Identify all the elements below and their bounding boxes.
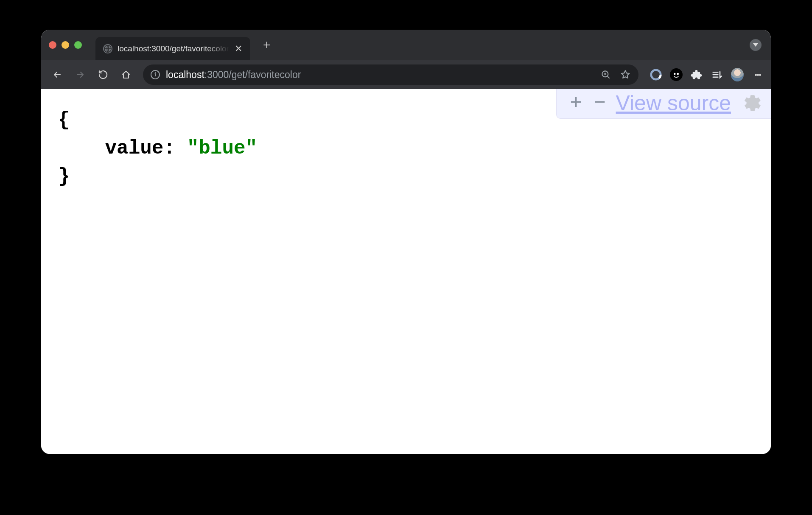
svg-point-4 (671, 69, 682, 80)
json-viewer-toolbar: + − View source (556, 89, 771, 119)
browser-window: localhost:3000/get/favoritecolor ✕ + i l… (41, 30, 771, 454)
extension-face-icon[interactable] (670, 68, 683, 81)
url-text: localhost:3000/get/favoritecolor (166, 69, 594, 81)
tab-title: localhost:3000/get/favoritecolor (118, 44, 229, 53)
site-info-icon[interactable]: i (151, 70, 160, 79)
json-string-value: "blue" (187, 137, 258, 160)
forward-button[interactable] (71, 65, 90, 84)
gear-icon[interactable] (743, 93, 762, 113)
bookmark-star-icon[interactable] (620, 69, 631, 80)
address-bar[interactable]: i localhost:3000/get/favoritecolor (143, 64, 638, 85)
minimize-window-button[interactable] (62, 41, 69, 49)
reload-button[interactable] (94, 65, 112, 84)
json-open-brace: { (58, 109, 70, 131)
toolbar: i localhost:3000/get/favoritecolor (41, 60, 771, 89)
zoom-icon[interactable] (600, 69, 611, 80)
tab-overflow-button[interactable] (750, 39, 762, 51)
maximize-window-button[interactable] (74, 41, 82, 49)
reading-list-icon[interactable] (711, 68, 723, 81)
kebab-menu-icon (755, 73, 761, 77)
svg-point-5 (674, 73, 676, 75)
extension-ring-icon[interactable] (650, 68, 662, 81)
json-key: value: (58, 137, 187, 160)
omnibox-actions (600, 69, 631, 80)
url-path: :3000/get/favoritecolor (204, 69, 301, 80)
collapse-all-button[interactable]: − (592, 93, 608, 113)
url-host: localhost (166, 69, 204, 80)
title-bar: localhost:3000/get/favoritecolor ✕ + (41, 30, 771, 60)
traffic-lights (49, 41, 82, 49)
profile-avatar[interactable] (731, 68, 744, 81)
globe-icon (103, 44, 112, 53)
expand-all-button[interactable]: + (568, 93, 584, 113)
back-button[interactable] (48, 65, 67, 84)
page-content: + − View source { value: "blue" } (41, 89, 771, 454)
json-body: { value: "blue" } (58, 106, 754, 191)
extension-icons (650, 68, 764, 81)
browser-tab[interactable]: localhost:3000/get/favoritecolor ✕ (95, 37, 250, 60)
extensions-puzzle-icon[interactable] (690, 68, 703, 81)
close-window-button[interactable] (49, 41, 56, 49)
chrome-menu-button[interactable] (751, 68, 764, 81)
view-source-link[interactable]: View source (616, 91, 731, 115)
new-tab-button[interactable]: + (263, 38, 271, 52)
home-button[interactable] (117, 65, 135, 84)
tab-close-button[interactable]: ✕ (234, 44, 243, 53)
svg-point-6 (677, 73, 679, 75)
json-close-brace: } (58, 165, 70, 188)
